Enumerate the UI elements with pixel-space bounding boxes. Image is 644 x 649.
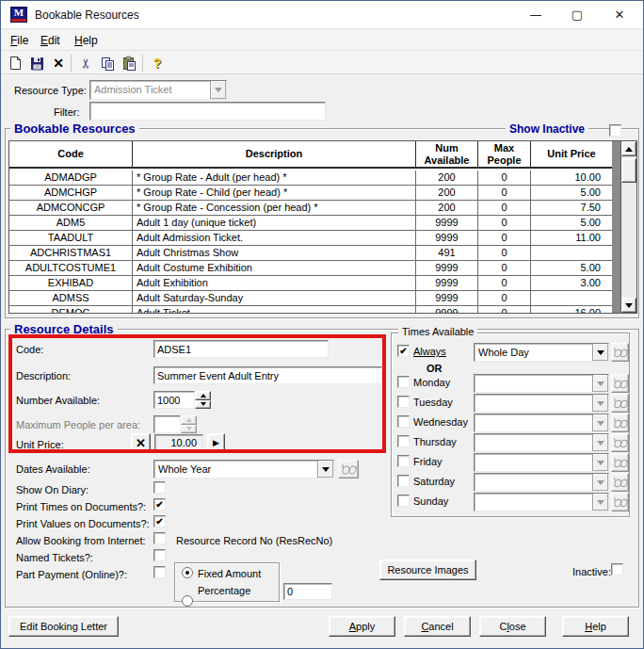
menu-file[interactable]: File [5, 33, 34, 48]
chevron-down-icon[interactable] [210, 81, 226, 99]
close-dialog-button[interactable]: Close [479, 616, 546, 637]
print-values-label: Print Values on Documents?: [16, 518, 150, 529]
table-row[interactable]: ADMADGP * Group Rate - Adult (per head) … [9, 170, 612, 186]
chevron-down-icon[interactable] [592, 344, 608, 361]
table-row[interactable]: ADCHRISTMAS1 Adult Christmas Show 491 0 [9, 246, 612, 261]
unit-price-expand-icon[interactable]: ▶ [207, 433, 225, 452]
named-tickets-checkbox[interactable] [153, 549, 166, 561]
column-header-max-people[interactable]: Max People [478, 141, 531, 167]
tuesday-time-select [474, 394, 609, 413]
spin-down-icon[interactable] [195, 400, 211, 410]
resource-type-select[interactable]: Admission Ticket [89, 80, 227, 100]
table-row[interactable]: ADM5 Adult 1 day (unique ticket) 9999 0 … [9, 216, 612, 231]
close-button[interactable]: ✕ [599, 1, 640, 29]
column-header-num-available[interactable]: Num Available [416, 141, 478, 167]
wednesday-time-select [474, 414, 609, 432]
code-label: Code: [16, 344, 43, 355]
resource-details-title: Resource Details [10, 322, 118, 336]
toolbar: ✕ ✂ ? [1, 50, 643, 74]
maximize-button[interactable]: ▢ [556, 1, 598, 29]
scrollbar-thumb[interactable] [621, 158, 636, 183]
edit-booking-letter-button[interactable]: Edit Booking Letter [8, 616, 119, 637]
cut-icon[interactable]: ✂ [77, 54, 94, 73]
chevron-down-icon [592, 454, 608, 471]
filter-input[interactable] [89, 102, 326, 121]
always-time-select[interactable]: Whole Day [474, 343, 609, 362]
resource-images-button[interactable]: Resource Images [379, 560, 476, 580]
save-icon[interactable] [27, 55, 46, 72]
table-row[interactable]: TAADULT Adult Admission Ticket. 9999 0 1… [9, 231, 612, 246]
wednesday-checkbox[interactable] [397, 415, 410, 428]
title-bar: M Bookable Resources — ▢ ✕ [1, 1, 643, 29]
show-on-diary-label: Show On Diary: [16, 484, 89, 495]
minimize-button[interactable]: — [515, 1, 556, 29]
sunday-checkbox[interactable] [397, 495, 410, 507]
help-button[interactable]: Help [562, 616, 629, 637]
view-times-glasses-icon [611, 493, 629, 511]
code-input[interactable]: ADSE1 [153, 340, 329, 358]
show-inactive-checkbox[interactable] [609, 124, 621, 137]
table-scrollbar[interactable] [621, 141, 636, 313]
copy-icon[interactable] [98, 55, 117, 72]
unit-price-field: 10.00 [154, 434, 203, 451]
friday-label: Friday [413, 456, 443, 467]
number-available-stepper[interactable] [195, 391, 211, 409]
table-row[interactable]: ADMCONCGP * Group Rate - Concession (per… [9, 201, 612, 216]
cancel-button[interactable]: Cancel [404, 616, 471, 637]
toolbar-separator [142, 55, 143, 72]
print-values-checkbox[interactable]: ✔ [153, 515, 166, 527]
delete-icon[interactable]: ✕ [49, 55, 68, 72]
bookable-resources-window: M Bookable Resources — ▢ ✕ File Edit Hel… [0, 0, 644, 649]
view-dates-glasses-icon [338, 460, 359, 479]
allow-internet-checkbox[interactable] [153, 532, 166, 544]
thursday-label: Thursday [413, 436, 457, 447]
unit-price-clear-icon[interactable]: ✕ [131, 433, 151, 452]
menu-edit[interactable]: Edit [35, 33, 66, 48]
table-header-row: Code Description Num Available Max Peopl… [9, 141, 612, 169]
dates-available-value: Whole Year [154, 461, 317, 478]
chevron-down-icon [592, 414, 608, 431]
part-payment-amount-input[interactable]: 0 [283, 583, 332, 600]
table-row[interactable]: ADMSS Adult Saturday-Sunday 9999 0 [9, 291, 612, 306]
monday-label: Monday [413, 377, 450, 388]
dates-available-label: Dates Available: [16, 463, 90, 475]
monday-checkbox[interactable] [397, 376, 410, 388]
friday-checkbox[interactable] [397, 455, 410, 467]
always-time-value: Whole Day [475, 344, 592, 361]
fixed-amount-radio[interactable] [182, 567, 193, 578]
tuesday-checkbox[interactable] [397, 396, 410, 408]
table-row[interactable]: ADMCHGP * Group Rate - Child (per head) … [9, 186, 612, 201]
toolbar-separator [71, 55, 72, 72]
paste-icon[interactable] [120, 55, 138, 72]
scroll-up-icon[interactable] [621, 141, 636, 156]
help-icon[interactable]: ? [148, 55, 167, 72]
column-header-code[interactable]: Code [9, 141, 133, 167]
allow-internet-label: Allow Booking from Internet: [16, 535, 146, 546]
column-header-description[interactable]: Description [133, 141, 416, 167]
apply-button[interactable]: Apply [329, 616, 395, 637]
table-row[interactable]: EXHIBAD Adult Exhibition 9999 0 3.00 [9, 276, 612, 291]
table-row[interactable]: ADULTCOSTUME1 Adult Costume Exhibition 9… [9, 261, 612, 276]
percentage-radio[interactable] [182, 595, 193, 607]
description-input[interactable]: Summer Event Adult Entry [153, 366, 382, 384]
menu-help[interactable]: Help [69, 33, 104, 48]
tuesday-label: Tuesday [413, 397, 453, 408]
dates-available-select[interactable]: Whole Year [153, 460, 334, 479]
saturday-checkbox[interactable] [397, 475, 410, 487]
table-row[interactable]: DEMOC Adult Ticket 9999 0 16.00 [9, 306, 612, 314]
part-payment-checkbox[interactable] [153, 566, 166, 578]
print-times-checkbox[interactable]: ✔ [153, 498, 166, 511]
new-document-icon[interactable] [6, 55, 24, 72]
scroll-down-icon[interactable] [621, 298, 636, 313]
show-on-diary-checkbox[interactable] [153, 481, 166, 494]
spin-up-icon[interactable] [195, 391, 211, 400]
number-available-input[interactable]: 1000 [153, 391, 195, 409]
chevron-down-icon[interactable] [317, 461, 333, 478]
print-times-label: Print Times on Documents?: [16, 501, 146, 512]
column-header-unit-price[interactable]: Unit Price [531, 141, 612, 167]
number-available-label: Number Available: [16, 395, 100, 406]
always-checkbox[interactable]: ✔ [397, 345, 410, 357]
sunday-time-select [474, 493, 609, 511]
thursday-checkbox[interactable] [397, 435, 410, 447]
inactive-checkbox[interactable] [611, 563, 623, 576]
